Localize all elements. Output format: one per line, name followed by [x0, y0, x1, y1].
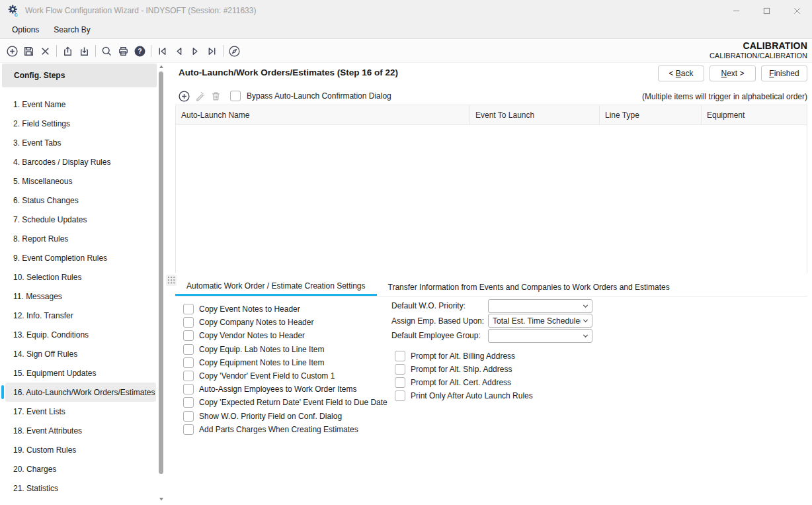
- sidebar-item-step-14[interactable]: 14. Sign Off Rules: [5, 344, 156, 363]
- add-icon[interactable]: [176, 88, 192, 104]
- first-record-icon[interactable]: [154, 43, 171, 60]
- sidebar-item-step-18[interactable]: 18. Event Attributes: [5, 421, 156, 440]
- sidebar-item-step-5[interactable]: 5. Miscellaneous: [5, 171, 156, 191]
- sidebar-item-step-21[interactable]: 21. Statistics: [5, 479, 156, 498]
- table-body[interactable]: [176, 125, 807, 273]
- checkbox-copy-equipment-notes-to-line-item[interactable]: [183, 357, 194, 368]
- column-header-line-type[interactable]: Line Type: [600, 105, 702, 124]
- checkbox-prompt-for-alt-ship-address[interactable]: [395, 364, 405, 375]
- auto-launch-table: Auto-Launch NameEvent To LaunchLine Type…: [175, 105, 807, 273]
- search-icon[interactable]: [99, 43, 115, 60]
- default-w-o-priority-select[interactable]: [488, 299, 592, 313]
- sidebar-item-label: 19. Custom Rules: [13, 445, 76, 455]
- column-header-event-to-launch[interactable]: Event To Launch: [470, 105, 600, 124]
- field-label-default-w-o-priority: Default W.O. Priority:: [391, 301, 488, 310]
- checkbox-add-parts-charges-when-creating-estimates[interactable]: [183, 424, 194, 435]
- export-icon[interactable]: [60, 43, 76, 60]
- scrollbar-thumb[interactable]: [159, 71, 163, 474]
- tab-automatic-work-order-estimate-creation-settings[interactable]: Automatic Work Order / Estimate Creation…: [175, 278, 377, 296]
- field-row: Default Employee Group:: [391, 328, 592, 344]
- assign-emp-based-upon-select[interactable]: Total Est. Time Scheduled: [488, 314, 592, 328]
- toolbar: ? CALIBRATION CALIBRATION/CALIBRATION: [0, 40, 812, 63]
- maximize-button[interactable]: [751, 0, 782, 21]
- check-row: Copy Vendor Notes to Header: [183, 329, 387, 342]
- sidebar-item-step-17[interactable]: 17. Event Lists: [5, 402, 156, 421]
- column-header-equipment[interactable]: Equipment: [702, 105, 807, 124]
- scroll-down-icon[interactable]: [158, 496, 164, 502]
- default-employee-group-select[interactable]: [488, 329, 592, 343]
- toolbar-separator: [95, 45, 96, 57]
- sidebar-item-step-13[interactable]: 13. Equip. Conditions: [5, 325, 156, 344]
- last-record-icon[interactable]: [204, 43, 220, 60]
- bottom-tabs: Automatic Work Order / Estimate Creation…: [175, 278, 807, 297]
- sidebar-scrollbar[interactable]: [158, 64, 164, 504]
- checkbox-copy-vendor-notes-to-header[interactable]: [183, 330, 194, 341]
- previous-record-icon[interactable]: [171, 43, 187, 60]
- sidebar-item-step-2[interactable]: 2. Field Settings: [5, 114, 156, 133]
- checkbox-show-w-o-priority-field-on-conf-dialog[interactable]: [183, 411, 194, 422]
- sidebar-item-step-19[interactable]: 19. Custom Rules: [5, 440, 156, 459]
- field-label-assign-emp-based-upon: Assign Emp. Based Upon:: [391, 316, 488, 326]
- save-icon[interactable]: [20, 43, 37, 60]
- check-row: Copy Equipment Notes to Line Item: [183, 356, 387, 369]
- sidebar-item-step-1[interactable]: 1. Event Name: [5, 95, 156, 114]
- sidebar-item-step-11[interactable]: 11. Messages: [5, 287, 156, 306]
- minimize-button[interactable]: [721, 0, 751, 21]
- bypass-auto-launch-checkbox[interactable]: [230, 91, 241, 101]
- toolbar-separator: [56, 45, 57, 57]
- sidebar-item-step-20[interactable]: 20. Charges: [5, 459, 156, 479]
- checkbox-copy-equip-lab-notes-to-line-item[interactable]: [183, 344, 194, 355]
- sidebar-item-step-8[interactable]: 8. Report Rules: [5, 229, 156, 248]
- tab-transfer-information-from-events-and-companies-to-work-orders-and-estimates[interactable]: Transfer Information from Events and Com…: [377, 278, 681, 296]
- sidebar-item-step-10[interactable]: 10. Selection Rules: [5, 267, 156, 287]
- checkbox-auto-assign-employees-to-work-order-items[interactable]: [183, 384, 194, 394]
- checkbox-copy-event-notes-to-header[interactable]: [183, 304, 194, 314]
- import-icon[interactable]: [76, 43, 93, 60]
- navigator-icon[interactable]: [226, 43, 243, 60]
- checkbox-copy-expected-return-date-event-field-to-due-date[interactable]: [183, 397, 194, 408]
- sidebar-item-step-7[interactable]: 7. Schedule Updates: [5, 210, 156, 229]
- checkbox-print-only-after-auto-launch-rules[interactable]: [395, 390, 405, 401]
- add-icon[interactable]: [4, 43, 20, 60]
- field-row: Assign Emp. Based Upon:Total Est. Time S…: [391, 314, 592, 329]
- sidebar-item-label: 2. Field Settings: [13, 119, 70, 128]
- checkbox-label: Copy Equip. Lab Notes to Line Item: [199, 345, 324, 354]
- trigger-order-note: (Multiple items will trigger in alphabet…: [642, 92, 807, 101]
- close-button[interactable]: [782, 0, 812, 21]
- column-header-auto-launch-name[interactable]: Auto-Launch Name: [176, 105, 470, 124]
- sidebar-item-step-9[interactable]: 9. Event Completion Rules: [5, 248, 156, 267]
- check-row: Prompt for Alt. Ship. Address: [395, 363, 533, 376]
- finished-button[interactable]: Finished: [761, 66, 807, 81]
- sidebar-item-step-4[interactable]: 4. Barcodes / Display Rules: [5, 152, 156, 171]
- checkbox-prompt-for-alt-billing-address[interactable]: [395, 351, 405, 361]
- creation-settings-panel: Copy Event Notes to HeaderCopy Company N…: [175, 297, 807, 505]
- checkbox-label: Copy Vendor Notes to Header: [199, 331, 305, 340]
- svg-text:c: c: [15, 11, 18, 17]
- back-button[interactable]: < Back: [658, 66, 704, 81]
- sidebar-item-step-6[interactable]: 6. Status Changes: [5, 191, 156, 210]
- print-icon[interactable]: [115, 43, 132, 60]
- main-panel: Auto-Launch/Work Orders/Estimates (Step …: [165, 63, 812, 505]
- field-row: Default W.O. Priority:: [391, 298, 592, 314]
- checkbox-copy-company-notes-to-header[interactable]: [183, 317, 194, 328]
- next-record-icon[interactable]: [187, 43, 204, 60]
- delete-icon[interactable]: [37, 43, 54, 60]
- checkbox-prompt-for-alt-cert-address[interactable]: [395, 377, 405, 388]
- menu-options[interactable]: Options: [12, 25, 39, 34]
- check-row: Auto-Assign Employees to Work Order Item…: [183, 383, 387, 396]
- sidebar-item-step-3[interactable]: 3. Event Tabs: [5, 133, 156, 152]
- help-icon[interactable]: ?: [132, 43, 148, 60]
- next-button[interactable]: Next >: [710, 66, 756, 81]
- sidebar-item-step-15[interactable]: 15. Equipment Updates: [5, 363, 156, 383]
- sidebar-item-step-12[interactable]: 12. Info. Transfer: [5, 306, 156, 325]
- category-label: CALIBRATION: [710, 40, 807, 51]
- checkbox-copy-vendor-event-field-to-custom-1[interactable]: [183, 371, 194, 381]
- scroll-up-icon[interactable]: [158, 64, 164, 70]
- sidebar-item-step-16[interactable]: 16. Auto-Launch/Work Orders/Estimates: [5, 383, 156, 402]
- sidebar-item-label: 4. Barcodes / Display Rules: [13, 158, 110, 167]
- check-row: Copy Event Notes to Header: [183, 302, 387, 316]
- sidebar-item-label: 20. Charges: [13, 465, 56, 474]
- sidebar-item-label: 16. Auto-Launch/Work Orders/Estimates: [13, 388, 155, 397]
- sidebar-item-label: 8. Report Rules: [13, 234, 68, 244]
- menu-search-by[interactable]: Search By: [54, 25, 90, 34]
